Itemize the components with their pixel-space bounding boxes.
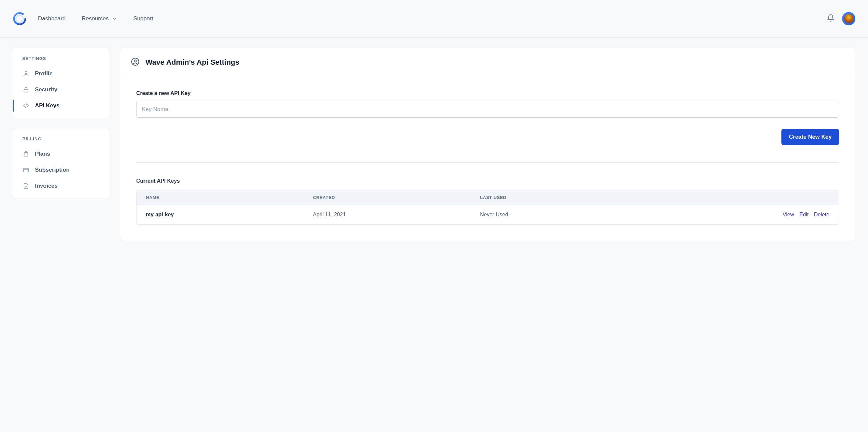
user-circle-icon [131,57,140,67]
app-logo[interactable] [13,12,27,26]
svg-line-4 [25,104,26,108]
document-download-icon [22,183,30,189]
topbar: Dashboard Resources Support [0,0,868,38]
logo-icon [13,12,27,26]
svg-rect-3 [24,89,28,92]
avatar-image [844,14,854,23]
col-actions [678,195,829,200]
button-row: Create New Key [136,129,839,145]
lock-icon [22,86,30,93]
sidebar-settings-title: SETTINGS [13,56,110,66]
nav-resources-label: Resources [82,15,108,22]
nav-dashboard[interactable]: Dashboard [38,15,66,22]
sidebar-billing-card: BILLING Plans Subscription Invoices [13,128,110,198]
chevron-down-icon [112,16,117,21]
table-row: my-api-key April 11, 2021 Never Used Vie… [136,205,839,224]
sidebar-item-profile[interactable]: Profile [13,66,110,82]
credit-card-icon [22,167,30,173]
svg-point-2 [25,71,27,74]
notifications-bell-icon[interactable] [827,14,835,23]
page-title: Wave Admin's Api Settings [146,58,240,67]
shopping-bag-icon [22,151,30,157]
main-header: Wave Admin's Api Settings [120,48,855,77]
view-key-link[interactable]: View [783,212,794,218]
table-header: NAME CREATED LAST USED [136,190,839,205]
sidebar-item-security[interactable]: Security [13,82,110,98]
create-key-label: Create a new API Key [136,90,839,96]
topbar-right [827,12,855,25]
sidebar-item-subscription[interactable]: Subscription [13,162,110,178]
svg-rect-5 [24,168,29,172]
nav-resources[interactable]: Resources [82,15,117,22]
key-last-used-cell: Never Used [480,212,678,218]
col-created: CREATED [313,195,480,200]
edit-key-link[interactable]: Edit [799,212,809,218]
user-avatar[interactable] [842,12,855,25]
key-actions: View Edit Delete [678,212,829,218]
sidebar-item-plans[interactable]: Plans [13,146,110,162]
current-keys-label: Current API Keys [136,178,839,184]
sidebar-billing-title: BILLING [13,136,110,146]
delete-key-link[interactable]: Delete [814,212,829,218]
user-icon [22,70,30,77]
content-wrap: SETTINGS Profile Security API Keys [0,38,868,251]
sidebar-item-label: Security [35,86,57,93]
key-name-cell: my-api-key [146,212,313,218]
sidebar-item-label: Profile [35,70,53,77]
code-icon [22,102,30,109]
sidebar-settings-card: SETTINGS Profile Security API Keys [13,48,110,118]
nav-items: Dashboard Resources Support [38,15,153,22]
create-key-button[interactable]: Create New Key [781,129,839,145]
svg-point-8 [134,60,136,62]
main-body: Create a new API Key Create New Key Curr… [120,77,855,241]
nav-support[interactable]: Support [133,15,153,22]
sidebar-item-label: Subscription [35,167,70,173]
sidebar-item-label: API Keys [35,102,60,109]
col-last-used: LAST USED [480,195,678,200]
sidebar-item-invoices[interactable]: Invoices [13,178,110,194]
col-name: NAME [146,195,313,200]
nav-support-label: Support [133,15,153,22]
sidebar-item-label: Invoices [35,183,58,189]
main-card: Wave Admin's Api Settings Create a new A… [120,48,855,241]
key-name-input[interactable] [136,101,839,118]
sidebar: SETTINGS Profile Security API Keys [13,48,110,198]
api-keys-table: NAME CREATED LAST USED my-api-key April … [136,190,839,225]
key-created-cell: April 11, 2021 [313,212,480,218]
svg-point-1 [16,15,23,22]
sidebar-item-api-keys[interactable]: API Keys [13,98,110,114]
nav-dashboard-label: Dashboard [38,15,66,22]
sidebar-item-label: Plans [35,151,50,157]
section-divider [136,162,839,163]
